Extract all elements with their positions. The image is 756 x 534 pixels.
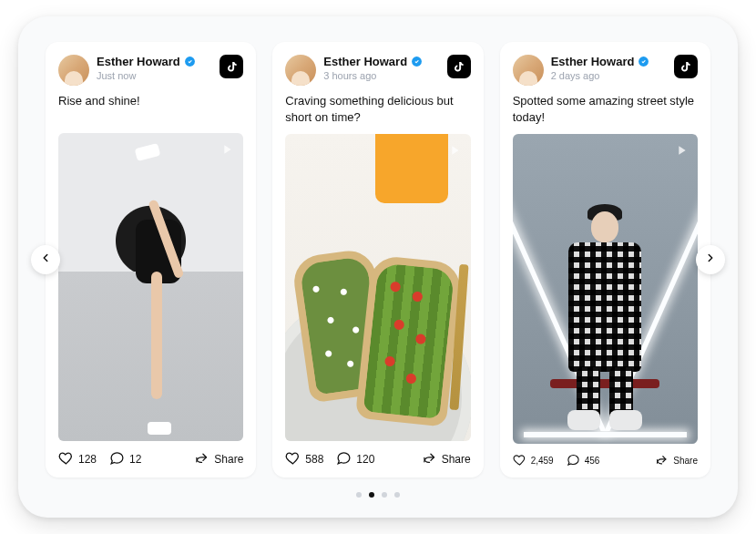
carousel-prev-button[interactable] <box>31 245 60 274</box>
author-name[interactable]: Esther Howard <box>323 55 407 68</box>
heart-icon <box>285 450 301 468</box>
post-card: Esther Howard 3 hours ago Craving someth… <box>272 42 483 478</box>
share-icon <box>655 453 669 468</box>
share-button[interactable]: Share <box>194 450 243 468</box>
share-button[interactable]: Share <box>422 450 471 468</box>
post-header: Esther Howard Just now <box>58 55 243 86</box>
svg-point-1 <box>412 56 422 67</box>
author-name[interactable]: Esther Howard <box>551 55 635 68</box>
share-icon <box>422 450 437 468</box>
comment-count: 12 <box>129 453 141 466</box>
post-footer: 2,459 456 Share <box>513 444 698 468</box>
comment-button[interactable]: 12 <box>109 450 141 468</box>
avatar[interactable] <box>285 55 316 86</box>
play-icon <box>672 141 690 159</box>
like-button[interactable]: 588 <box>285 450 323 468</box>
post-timestamp: 2 days ago <box>551 70 667 81</box>
carousel-next-button[interactable] <box>696 245 725 274</box>
pagination-dot[interactable] <box>394 492 400 498</box>
comment-icon <box>336 450 352 468</box>
post-caption: Rise and shine! <box>58 93 243 124</box>
pagination-dot[interactable] <box>382 492 387 498</box>
device-frame: Esther Howard Just now Rise and shine! <box>18 16 738 518</box>
post-footer: 588 120 Share <box>285 441 470 468</box>
comment-button[interactable]: 120 <box>336 450 374 468</box>
post-card: Esther Howard 2 days ago Spotted some am… <box>500 42 710 478</box>
post-media[interactable] <box>285 134 470 441</box>
heart-icon <box>58 450 74 468</box>
like-count: 2,459 <box>531 456 554 466</box>
post-media[interactable] <box>58 133 243 441</box>
verified-badge-icon <box>184 56 196 67</box>
play-icon <box>218 140 236 159</box>
tiktok-icon <box>447 55 471 78</box>
post-caption: Spotted some amazing street style today! <box>513 93 698 125</box>
post-carousel: Esther Howard Just now Rise and shine! <box>46 42 710 478</box>
comment-count: 456 <box>585 456 600 466</box>
heart-icon <box>513 453 526 468</box>
verified-badge-icon <box>638 56 649 67</box>
comment-icon <box>567 453 580 468</box>
post-caption: Craving something delicious but short on… <box>285 93 470 125</box>
chevron-left-icon <box>39 252 52 268</box>
post-timestamp: 3 hours ago <box>323 70 439 81</box>
chevron-right-icon <box>704 252 717 268</box>
comment-icon <box>109 450 125 468</box>
share-label: Share <box>214 453 243 466</box>
post-header: Esther Howard 3 hours ago <box>285 55 470 86</box>
post-card: Esther Howard Just now Rise and shine! <box>46 42 256 478</box>
author-name[interactable]: Esther Howard <box>97 55 180 68</box>
post-media[interactable] <box>513 134 698 444</box>
share-label: Share <box>673 456 698 466</box>
svg-point-2 <box>639 56 649 67</box>
like-count: 588 <box>305 453 323 466</box>
tiktok-icon <box>674 55 698 78</box>
avatar[interactable] <box>58 55 89 86</box>
pagination-dot[interactable] <box>369 492 374 498</box>
avatar[interactable] <box>513 55 544 86</box>
pagination-dot[interactable] <box>356 492 362 498</box>
share-button[interactable]: Share <box>655 453 698 468</box>
comment-count: 120 <box>356 453 374 466</box>
pagination-dots <box>46 478 710 498</box>
verified-badge-icon <box>411 56 423 67</box>
like-button[interactable]: 2,459 <box>513 453 554 468</box>
post-footer: 128 12 Share <box>58 441 243 468</box>
svg-point-0 <box>185 56 195 67</box>
play-icon <box>445 141 464 159</box>
post-header: Esther Howard 2 days ago <box>513 55 698 86</box>
post-timestamp: Just now <box>97 70 212 81</box>
share-icon <box>194 450 209 468</box>
tiktok-icon <box>220 55 243 78</box>
like-count: 128 <box>78 453 97 466</box>
share-label: Share <box>442 453 471 466</box>
like-button[interactable]: 128 <box>58 450 97 468</box>
comment-button[interactable]: 456 <box>567 453 600 468</box>
